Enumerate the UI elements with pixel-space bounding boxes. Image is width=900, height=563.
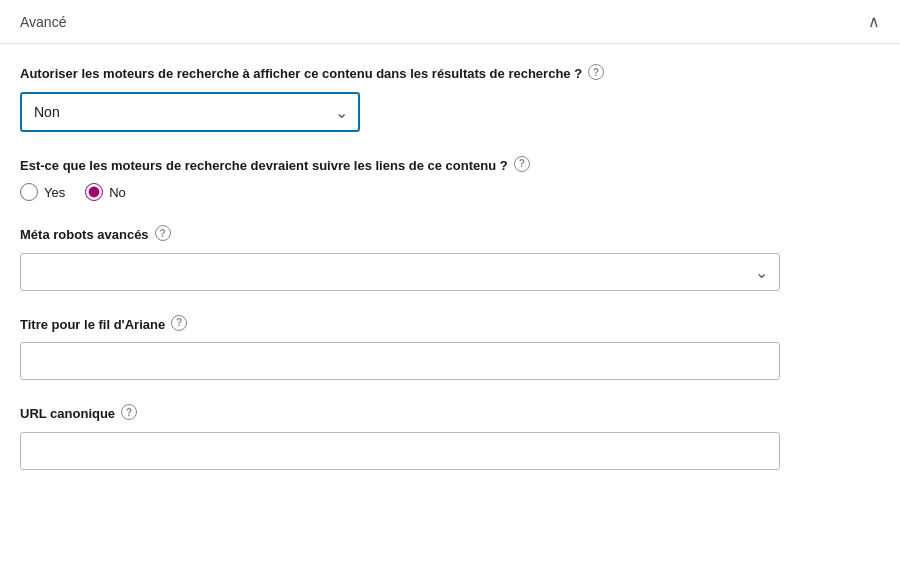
radio-no-label: No (109, 185, 126, 200)
radio-yes-label: Yes (44, 185, 65, 200)
search-display-field: Autoriser les moteurs de recherche à aff… (20, 64, 880, 132)
canonical-url-input[interactable] (20, 432, 780, 470)
section-content: Autoriser les moteurs de recherche à aff… (0, 44, 900, 524)
breadcrumb-title-input[interactable] (20, 342, 780, 380)
search-display-label: Autoriser les moteurs de recherche à aff… (20, 64, 880, 84)
section-title: Avancé (20, 14, 66, 30)
search-display-help-icon[interactable]: ? (588, 64, 604, 80)
canonical-url-help-icon[interactable]: ? (121, 404, 137, 420)
radio-option-yes[interactable]: Yes (20, 183, 65, 201)
breadcrumb-title-field: Titre pour le fil d'Ariane ? (20, 315, 880, 381)
follow-links-help-icon[interactable]: ? (514, 156, 530, 172)
follow-links-label: Est-ce que les moteurs de recherche devr… (20, 156, 880, 176)
radio-yes-input[interactable] (20, 183, 38, 201)
section-header: Avancé ∧ (0, 0, 900, 44)
breadcrumb-title-label: Titre pour le fil d'Ariane ? (20, 315, 880, 335)
meta-robots-label: Méta robots avancés ? (20, 225, 880, 245)
meta-robots-select[interactable] (20, 253, 780, 291)
canonical-url-field: URL canonique ? (20, 404, 880, 470)
radio-no-input[interactable] (85, 183, 103, 201)
follow-links-field: Est-ce que les moteurs de recherche devr… (20, 156, 880, 202)
follow-links-radio-group: Yes No (20, 183, 880, 201)
meta-robots-help-icon[interactable]: ? (155, 225, 171, 241)
search-display-select[interactable]: Non Oui (20, 92, 360, 132)
breadcrumb-title-help-icon[interactable]: ? (171, 315, 187, 331)
meta-robots-field: Méta robots avancés ? ⌄ (20, 225, 880, 291)
radio-option-no[interactable]: No (85, 183, 126, 201)
meta-robots-select-wrapper: ⌄ (20, 253, 780, 291)
page-container: Avancé ∧ Autoriser les moteurs de recher… (0, 0, 900, 563)
search-display-select-wrapper: Non Oui ⌄ (20, 92, 360, 132)
collapse-icon[interactable]: ∧ (868, 12, 880, 31)
canonical-url-label: URL canonique ? (20, 404, 880, 424)
